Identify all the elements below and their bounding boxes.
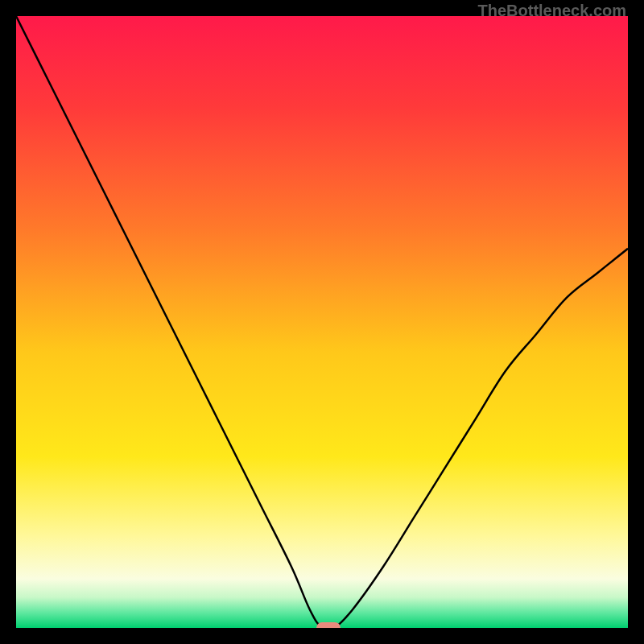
plot-area xyxy=(16,16,628,628)
chart-container: TheBottleneck.com xyxy=(0,0,644,644)
curve-layer xyxy=(16,16,628,628)
watermark-label: TheBottleneck.com xyxy=(478,2,626,20)
bottleneck-curve xyxy=(16,16,628,628)
optimal-marker xyxy=(316,622,341,628)
